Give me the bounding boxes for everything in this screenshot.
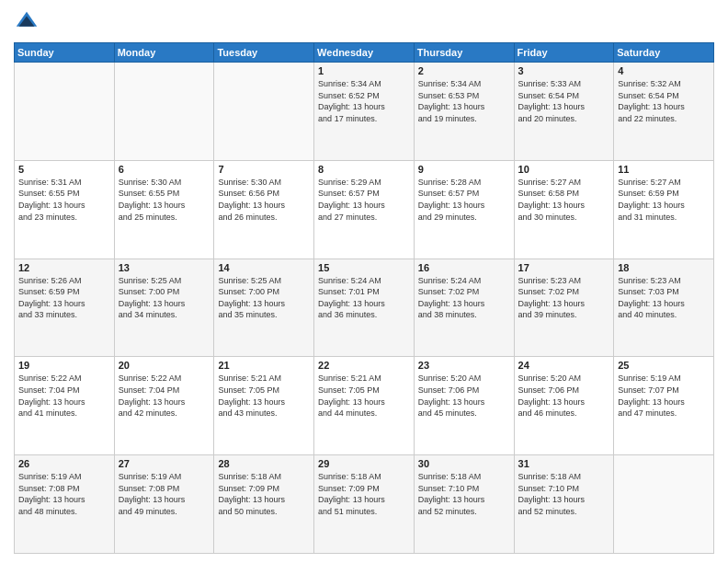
day-number: 31 <box>518 458 610 469</box>
day-info: Sunrise: 5:30 AM Sunset: 6:56 PM Dayligh… <box>218 177 310 223</box>
day-info: Sunrise: 5:25 AM Sunset: 7:00 PM Dayligh… <box>218 275 310 321</box>
day-info: Sunrise: 5:34 AM Sunset: 6:52 PM Dayligh… <box>318 78 410 124</box>
calendar-cell <box>15 63 115 161</box>
day-number: 18 <box>618 262 710 273</box>
day-number: 9 <box>418 164 510 175</box>
calendar-cell: 22Sunrise: 5:21 AM Sunset: 7:05 PM Dayli… <box>314 357 415 455</box>
day-info: Sunrise: 5:34 AM Sunset: 6:53 PM Dayligh… <box>418 78 510 124</box>
calendar-cell: 15Sunrise: 5:24 AM Sunset: 7:01 PM Dayli… <box>314 259 415 357</box>
calendar-cell: 10Sunrise: 5:27 AM Sunset: 6:58 PM Dayli… <box>514 160 614 259</box>
day-info: Sunrise: 5:21 AM Sunset: 7:05 PM Dayligh… <box>218 373 310 419</box>
calendar-cell <box>114 63 214 161</box>
day-info: Sunrise: 5:23 AM Sunset: 7:02 PM Dayligh… <box>518 275 610 321</box>
calendar-cell: 4Sunrise: 5:32 AM Sunset: 6:54 PM Daylig… <box>614 63 714 161</box>
calendar-cell: 5Sunrise: 5:31 AM Sunset: 6:55 PM Daylig… <box>15 160 115 259</box>
day-info: Sunrise: 5:18 AM Sunset: 7:09 PM Dayligh… <box>218 471 310 517</box>
day-number: 17 <box>518 262 610 273</box>
day-number: 5 <box>18 164 110 175</box>
day-info: Sunrise: 5:27 AM Sunset: 6:59 PM Dayligh… <box>618 177 710 223</box>
day-number: 29 <box>318 458 410 469</box>
page: SundayMondayTuesdayWednesdayThursdayFrid… <box>0 0 728 563</box>
day-info: Sunrise: 5:19 AM Sunset: 7:07 PM Dayligh… <box>618 373 710 419</box>
day-info: Sunrise: 5:32 AM Sunset: 6:54 PM Dayligh… <box>618 78 710 124</box>
day-number: 8 <box>318 164 410 175</box>
calendar-cell: 7Sunrise: 5:30 AM Sunset: 6:56 PM Daylig… <box>214 160 314 259</box>
day-number: 10 <box>518 164 610 175</box>
calendar-cell: 2Sunrise: 5:34 AM Sunset: 6:53 PM Daylig… <box>414 63 514 161</box>
week-row-5: 26Sunrise: 5:19 AM Sunset: 7:08 PM Dayli… <box>15 455 714 554</box>
week-row-1: 1Sunrise: 5:34 AM Sunset: 6:52 PM Daylig… <box>15 63 714 161</box>
day-number: 16 <box>418 262 510 273</box>
header <box>14 9 714 35</box>
day-info: Sunrise: 5:20 AM Sunset: 7:06 PM Dayligh… <box>518 373 610 419</box>
day-number: 14 <box>218 262 310 273</box>
weekday-header-wednesday: Wednesday <box>314 43 415 63</box>
day-info: Sunrise: 5:33 AM Sunset: 6:54 PM Dayligh… <box>518 78 610 124</box>
calendar-cell: 21Sunrise: 5:21 AM Sunset: 7:05 PM Dayli… <box>214 357 314 455</box>
calendar-cell: 3Sunrise: 5:33 AM Sunset: 6:54 PM Daylig… <box>514 63 614 161</box>
calendar-cell: 11Sunrise: 5:27 AM Sunset: 6:59 PM Dayli… <box>614 160 714 259</box>
calendar-cell: 14Sunrise: 5:25 AM Sunset: 7:00 PM Dayli… <box>214 259 314 357</box>
day-number: 11 <box>618 164 710 175</box>
day-number: 15 <box>318 262 410 273</box>
calendar-cell: 31Sunrise: 5:18 AM Sunset: 7:10 PM Dayli… <box>514 455 614 554</box>
day-info: Sunrise: 5:21 AM Sunset: 7:05 PM Dayligh… <box>318 373 410 419</box>
day-info: Sunrise: 5:24 AM Sunset: 7:02 PM Dayligh… <box>418 275 510 321</box>
calendar-cell: 17Sunrise: 5:23 AM Sunset: 7:02 PM Dayli… <box>514 259 614 357</box>
weekday-header-friday: Friday <box>514 43 614 63</box>
day-info: Sunrise: 5:24 AM Sunset: 7:01 PM Dayligh… <box>318 275 410 321</box>
day-info: Sunrise: 5:22 AM Sunset: 7:04 PM Dayligh… <box>119 373 210 419</box>
day-number: 12 <box>18 262 110 273</box>
calendar-cell: 23Sunrise: 5:20 AM Sunset: 7:06 PM Dayli… <box>414 357 514 455</box>
day-info: Sunrise: 5:20 AM Sunset: 7:06 PM Dayligh… <box>418 373 510 419</box>
calendar-cell: 25Sunrise: 5:19 AM Sunset: 7:07 PM Dayli… <box>614 357 714 455</box>
day-info: Sunrise: 5:25 AM Sunset: 7:00 PM Dayligh… <box>119 275 210 321</box>
calendar-cell: 6Sunrise: 5:30 AM Sunset: 6:55 PM Daylig… <box>114 160 214 259</box>
week-row-3: 12Sunrise: 5:26 AM Sunset: 6:59 PM Dayli… <box>15 259 714 357</box>
day-info: Sunrise: 5:27 AM Sunset: 6:58 PM Dayligh… <box>518 177 610 223</box>
day-number: 4 <box>618 65 710 76</box>
day-info: Sunrise: 5:18 AM Sunset: 7:10 PM Dayligh… <box>518 471 610 517</box>
day-info: Sunrise: 5:31 AM Sunset: 6:55 PM Dayligh… <box>18 177 110 223</box>
calendar-cell: 18Sunrise: 5:23 AM Sunset: 7:03 PM Dayli… <box>614 259 714 357</box>
day-number: 28 <box>218 458 310 469</box>
day-number: 24 <box>518 360 610 371</box>
day-number: 7 <box>218 164 310 175</box>
day-info: Sunrise: 5:29 AM Sunset: 6:57 PM Dayligh… <box>318 177 410 223</box>
day-info: Sunrise: 5:19 AM Sunset: 7:08 PM Dayligh… <box>18 471 110 517</box>
calendar-cell <box>614 455 714 554</box>
calendar-table: SundayMondayTuesdayWednesdayThursdayFrid… <box>14 42 714 554</box>
day-info: Sunrise: 5:22 AM Sunset: 7:04 PM Dayligh… <box>18 373 110 419</box>
weekday-header-sunday: Sunday <box>15 43 115 63</box>
weekday-header-thursday: Thursday <box>414 43 514 63</box>
calendar-cell: 30Sunrise: 5:18 AM Sunset: 7:10 PM Dayli… <box>414 455 514 554</box>
calendar-cell: 20Sunrise: 5:22 AM Sunset: 7:04 PM Dayli… <box>114 357 214 455</box>
day-number: 2 <box>418 65 510 76</box>
calendar-cell: 26Sunrise: 5:19 AM Sunset: 7:08 PM Dayli… <box>15 455 115 554</box>
calendar-cell: 28Sunrise: 5:18 AM Sunset: 7:09 PM Dayli… <box>214 455 314 554</box>
day-number: 25 <box>618 360 710 371</box>
weekday-header-row: SundayMondayTuesdayWednesdayThursdayFrid… <box>15 43 714 63</box>
calendar-cell: 9Sunrise: 5:28 AM Sunset: 6:57 PM Daylig… <box>414 160 514 259</box>
day-number: 27 <box>119 458 210 469</box>
weekday-header-saturday: Saturday <box>614 43 714 63</box>
calendar-cell: 29Sunrise: 5:18 AM Sunset: 7:09 PM Dayli… <box>314 455 415 554</box>
calendar-cell: 24Sunrise: 5:20 AM Sunset: 7:06 PM Dayli… <box>514 357 614 455</box>
weekday-header-tuesday: Tuesday <box>214 43 314 63</box>
day-number: 26 <box>18 458 110 469</box>
week-row-4: 19Sunrise: 5:22 AM Sunset: 7:04 PM Dayli… <box>15 357 714 455</box>
calendar-cell: 16Sunrise: 5:24 AM Sunset: 7:02 PM Dayli… <box>414 259 514 357</box>
logo-icon <box>14 9 40 35</box>
day-number: 21 <box>218 360 310 371</box>
calendar-cell <box>214 63 314 161</box>
day-number: 30 <box>418 458 510 469</box>
weekday-header-monday: Monday <box>114 43 214 63</box>
day-number: 20 <box>119 360 210 371</box>
calendar-cell: 19Sunrise: 5:22 AM Sunset: 7:04 PM Dayli… <box>15 357 115 455</box>
day-info: Sunrise: 5:26 AM Sunset: 6:59 PM Dayligh… <box>18 275 110 321</box>
calendar-cell: 13Sunrise: 5:25 AM Sunset: 7:00 PM Dayli… <box>114 259 214 357</box>
day-info: Sunrise: 5:19 AM Sunset: 7:08 PM Dayligh… <box>119 471 210 517</box>
day-number: 22 <box>318 360 410 371</box>
day-number: 6 <box>119 164 210 175</box>
day-number: 13 <box>119 262 210 273</box>
